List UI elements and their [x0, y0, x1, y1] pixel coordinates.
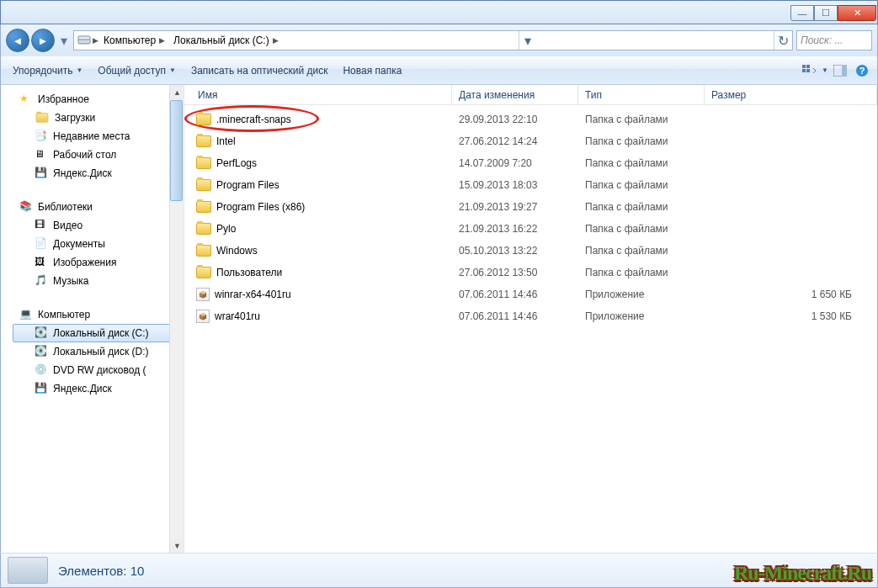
library-icon: 📚	[19, 200, 33, 214]
disk-icon: 💾	[35, 382, 48, 395]
recent-icon: 📑	[35, 130, 48, 143]
file-size: 1 530 КБ	[711, 310, 877, 322]
close-button[interactable]: ✕	[838, 5, 876, 21]
scroll-thumb[interactable]	[170, 100, 183, 201]
svg-rect-2	[802, 65, 806, 68]
watermark: Ru-Minecraft.Ru	[734, 562, 871, 585]
sidebar-downloads[interactable]: Загрузки	[1, 109, 184, 127]
file-type: Папка с файлами	[585, 245, 711, 257]
column-size[interactable]: Размер	[705, 85, 877, 104]
folder-icon	[196, 135, 211, 147]
back-button[interactable]: ◄	[6, 29, 29, 52]
video-icon: 🎞	[35, 219, 48, 232]
file-list: .minecraft-snaps29.09.2013 22:10Папка с …	[184, 105, 877, 553]
desktop-icon: 🖥	[35, 148, 48, 162]
file-row[interactable]: .minecraft-snaps29.09.2013 22:10Папка с …	[184, 109, 877, 130]
file-name: Pylo	[216, 223, 236, 235]
folder-icon	[196, 223, 211, 235]
file-row[interactable]: Windows05.10.2013 13:22Папка с файлами	[184, 240, 877, 262]
refresh-button[interactable]: ↻	[774, 31, 792, 50]
sidebar-dvd[interactable]: 💿DVD RW дисковод (	[1, 361, 184, 379]
sidebar-computer[interactable]: 💻Компьютер	[1, 305, 184, 324]
file-date: 07.06.2011 14:46	[459, 310, 585, 322]
drive-large-icon	[8, 557, 48, 584]
sidebar-yandex-disk[interactable]: 💾Яндекс.Диск	[1, 164, 184, 183]
sidebar-drive-c[interactable]: 💽Локальный диск (C:)	[13, 324, 182, 342]
chevron-down-icon: ▼	[822, 66, 828, 74]
sidebar-images[interactable]: 🖼Изображения	[1, 253, 184, 272]
sidebar-video[interactable]: 🎞Видео	[1, 216, 184, 235]
sidebar-drive-d[interactable]: 💽Локальный диск (D:)	[1, 342, 184, 361]
file-row[interactable]: 📦wrar401ru07.06.2011 14:46Приложение1 53…	[184, 305, 877, 327]
sidebar-scrollbar[interactable]: ▲ ▼	[169, 85, 184, 553]
minimize-button[interactable]: —	[790, 5, 814, 21]
file-view: Имя Дата изменения Тип Размер .minecraft…	[184, 85, 877, 553]
file-name: winrar-x64-401ru	[215, 289, 291, 300]
file-row[interactable]: Program Files (x86)21.09.2013 19:27Папка…	[184, 196, 877, 218]
column-type[interactable]: Тип	[578, 85, 705, 104]
sidebar-libraries[interactable]: 📚Библиотеки	[1, 198, 184, 216]
address-bar-row: ◄ ► ▾ ▶ Компьютер▶ Локальный диск (C:)▶ …	[0, 24, 878, 56]
folder-icon	[196, 245, 211, 257]
share-button[interactable]: Общий доступ▼	[91, 61, 183, 80]
addr-dropdown-icon[interactable]: ▾	[519, 31, 537, 50]
file-name: Intel	[216, 135, 236, 147]
file-name: Program Files (x86)	[216, 201, 305, 213]
navigation-pane: ★ Избранное Загрузки 📑Недавние места 🖥Ра…	[1, 85, 184, 553]
preview-pane-button[interactable]	[830, 61, 850, 81]
maximize-button[interactable]: ☐	[814, 5, 838, 21]
file-type: Приложение	[585, 289, 711, 300]
file-type: Папка с файлами	[585, 201, 711, 213]
breadcrumb-computer[interactable]: Компьютер▶	[100, 31, 168, 50]
search-input[interactable]: Поиск: ...	[796, 30, 872, 50]
forward-button[interactable]: ►	[31, 29, 55, 52]
sidebar-music[interactable]: 🎵Музыка	[1, 272, 184, 290]
folder-icon	[196, 201, 211, 213]
svg-rect-3	[806, 65, 810, 68]
folder-icon	[196, 179, 211, 191]
view-options-button[interactable]	[800, 61, 820, 81]
file-date: 21.09.2013 19:27	[459, 201, 585, 213]
sidebar-recent[interactable]: 📑Недавние места	[1, 127, 184, 146]
image-icon: 🖼	[35, 256, 48, 269]
file-row[interactable]: 📦winrar-x64-401ru07.06.2011 14:46Приложе…	[184, 283, 877, 305]
column-headers: Имя Дата изменения Тип Размер	[184, 85, 877, 105]
file-row[interactable]: Program Files15.09.2013 18:03Папка с фай…	[184, 174, 877, 196]
file-name: wrar401ru	[215, 310, 260, 322]
new-folder-button[interactable]: Новая папка	[336, 61, 408, 80]
breadcrumb-drive-c[interactable]: Локальный диск (C:)▶	[170, 31, 282, 50]
file-type: Папка с файлами	[585, 157, 711, 169]
exe-icon: 📦	[196, 288, 210, 301]
document-icon: 📄	[35, 237, 48, 251]
sidebar-yandex-disk-2[interactable]: 💾Яндекс.Диск	[1, 379, 184, 398]
svg-rect-1	[78, 36, 90, 40]
file-date: 14.07.2009 7:20	[459, 157, 585, 169]
file-date: 21.09.2013 16:22	[459, 223, 585, 235]
file-row[interactable]: Пользователи27.06.2012 13:50Папка с файл…	[184, 262, 877, 283]
dvd-icon: 💿	[35, 363, 48, 377]
music-icon: 🎵	[35, 274, 48, 288]
computer-icon: 💻	[19, 308, 33, 321]
nav-history-dropdown[interactable]: ▾	[58, 32, 70, 49]
column-date[interactable]: Дата изменения	[452, 85, 578, 104]
sidebar-favorites[interactable]: ★ Избранное	[1, 90, 184, 109]
folder-icon	[36, 113, 48, 122]
svg-text:?: ?	[859, 66, 865, 76]
scroll-down-icon[interactable]: ▼	[170, 538, 184, 553]
column-name[interactable]: Имя	[191, 85, 452, 104]
file-row[interactable]: Pylo21.09.2013 16:22Папка с файлами	[184, 218, 877, 240]
file-row[interactable]: PerfLogs14.07.2009 7:20Папка с файлами	[184, 152, 877, 174]
scroll-up-icon[interactable]: ▲	[170, 85, 184, 99]
svg-rect-5	[806, 69, 810, 72]
burn-button[interactable]: Записать на оптический диск	[184, 61, 335, 80]
file-row[interactable]: Intel27.06.2012 14:24Папка с файлами	[184, 130, 877, 152]
organize-button[interactable]: Упорядочить▼	[6, 61, 89, 80]
address-bar[interactable]: ▶ Компьютер▶ Локальный диск (C:)▶ ▾ ↻	[73, 30, 793, 50]
svg-rect-7	[842, 65, 847, 77]
sidebar-documents[interactable]: 📄Документы	[1, 235, 184, 253]
help-button[interactable]: ?	[852, 61, 872, 81]
sidebar-desktop[interactable]: 🖥Рабочий стол	[1, 146, 184, 164]
folder-icon	[196, 267, 211, 278]
file-date: 15.09.2013 18:03	[459, 179, 585, 191]
file-date: 27.06.2012 13:50	[459, 267, 585, 278]
